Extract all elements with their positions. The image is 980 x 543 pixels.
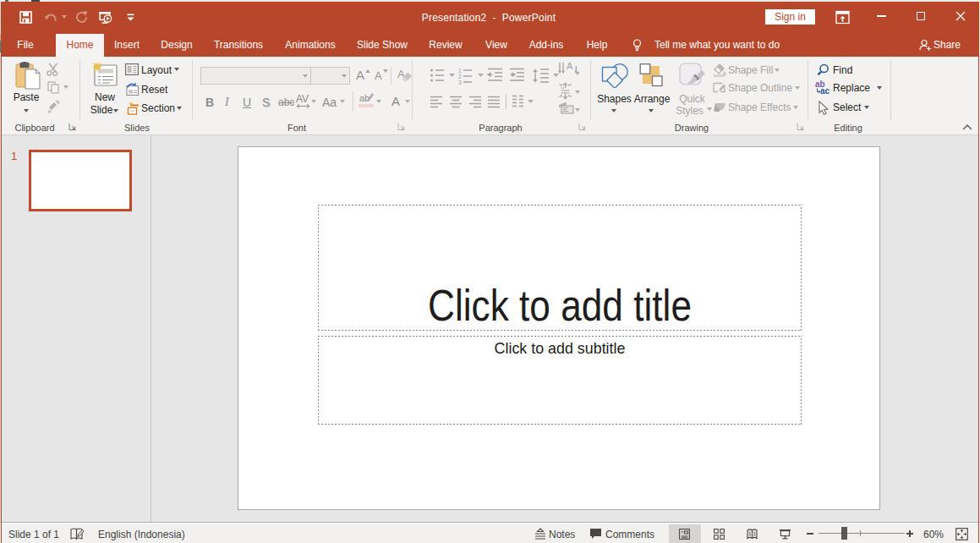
svg-text:2: 2 bbox=[458, 74, 462, 80]
svg-text:3: 3 bbox=[458, 80, 462, 85]
svg-text:ac: ac bbox=[820, 86, 830, 95]
svg-text:A: A bbox=[567, 62, 573, 71]
svg-text:1: 1 bbox=[458, 68, 462, 74]
